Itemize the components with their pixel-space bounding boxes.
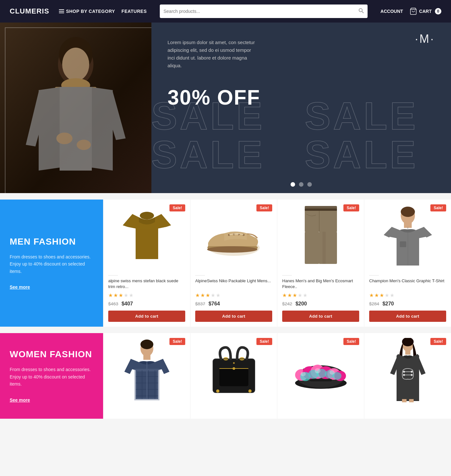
svg-rect-32 bbox=[400, 241, 406, 247]
shop-by-category-menu[interactable]: SHOP BY CATEGORY bbox=[59, 9, 115, 14]
star-2: ★ bbox=[113, 292, 118, 298]
star-3: ★ bbox=[293, 292, 297, 298]
product-prices-1: $463 $407 bbox=[108, 301, 185, 307]
divider-2 bbox=[195, 275, 205, 275]
hero-image-container bbox=[0, 23, 151, 193]
women-see-more-link[interactable]: See more bbox=[10, 397, 93, 403]
star-4: ★ bbox=[385, 292, 389, 298]
features-link[interactable]: FEATURES bbox=[121, 9, 147, 14]
product-image-1 bbox=[108, 204, 185, 269]
svg-rect-84 bbox=[409, 399, 414, 402]
svg-point-30 bbox=[401, 207, 415, 217]
women-fashion-section: WOMEN FASHION From dresses to shoes and … bbox=[0, 333, 451, 418]
product-name-1: alpine swiss mens stefan black suede tri… bbox=[108, 278, 185, 290]
svg-line-4 bbox=[362, 12, 364, 13]
add-to-cart-4[interactable]: Add to cart bbox=[369, 311, 446, 322]
product-prices-2: $837 $764 bbox=[195, 301, 272, 307]
svg-text:◆: ◆ bbox=[233, 361, 235, 364]
cart-label: CART bbox=[419, 9, 432, 14]
product-stars-2: ★ ★ ★ ★ ★ bbox=[195, 292, 272, 298]
product-name-3: Hanes Men's and Big Men's Ecosmart Fleec… bbox=[282, 278, 359, 290]
add-to-cart-1[interactable]: Add to cart bbox=[108, 311, 185, 322]
women-product-1: Sale! bbox=[103, 333, 190, 418]
sale-price-1: $407 bbox=[121, 301, 133, 307]
gray-tshirt-image bbox=[382, 206, 434, 267]
star-2: ★ bbox=[287, 292, 292, 298]
divider-3 bbox=[282, 275, 292, 275]
star-1: ★ bbox=[108, 292, 113, 298]
w-product-image-3 bbox=[282, 338, 359, 402]
w-sale-badge-3: Sale! bbox=[343, 338, 359, 345]
svg-point-81 bbox=[411, 374, 413, 376]
hero-content: ·M· Lorem ipsum dolor sit amet, con sect… bbox=[151, 23, 451, 193]
svg-rect-16 bbox=[136, 229, 158, 259]
shop-by-label: SHOP BY CATEGORY bbox=[66, 9, 115, 14]
account-link[interactable]: ACCOUNT bbox=[380, 9, 403, 14]
svg-rect-25 bbox=[305, 232, 319, 264]
svg-point-13 bbox=[56, 133, 72, 144]
product-stars-4: ★ ★ ★ ★ ★ bbox=[369, 292, 446, 298]
search-bar bbox=[160, 5, 368, 18]
divider-1 bbox=[108, 275, 118, 275]
svg-point-34 bbox=[140, 340, 153, 349]
cart-count: 0 bbox=[435, 8, 441, 14]
svg-point-52 bbox=[216, 389, 219, 393]
hero-model-image bbox=[0, 23, 151, 193]
divider-4 bbox=[369, 275, 379, 275]
svg-rect-1 bbox=[59, 11, 64, 12]
women-product-3: Sale! bbox=[277, 333, 364, 418]
men-see-more-link[interactable]: See more bbox=[10, 285, 93, 290]
svg-point-80 bbox=[403, 374, 405, 376]
product-stars-1: ★ ★ ★ ★ ★ bbox=[108, 292, 185, 298]
star-5: ★ bbox=[216, 292, 220, 298]
search-input[interactable] bbox=[164, 9, 359, 14]
svg-point-78 bbox=[403, 371, 405, 373]
svg-rect-71 bbox=[310, 379, 332, 382]
svg-rect-2 bbox=[59, 13, 64, 13]
star-2: ★ bbox=[200, 292, 205, 298]
menu-icon bbox=[59, 9, 64, 13]
search-icon[interactable] bbox=[359, 8, 364, 14]
svg-point-51 bbox=[233, 367, 235, 370]
star-3: ★ bbox=[119, 292, 123, 298]
sale-badge-1: Sale! bbox=[169, 204, 185, 211]
hero-sale-text-2: SALE SALE bbox=[151, 135, 418, 174]
w-product-image-1 bbox=[108, 338, 185, 402]
product-prices-4: $284 $270 bbox=[369, 301, 446, 307]
hero-description: Lorem ipsum dolor sit amet, con sectetur… bbox=[168, 39, 258, 70]
original-price-3: $242 bbox=[282, 301, 292, 306]
product-stars-3: ★ ★ ★ ★ ★ bbox=[282, 292, 359, 298]
shoes-image bbox=[205, 216, 263, 257]
navbar: CLUMERIS SHOP BY CATEGORY FEATURES ACCOU… bbox=[0, 0, 451, 23]
original-price-1: $463 bbox=[108, 301, 118, 306]
svg-point-68 bbox=[301, 372, 306, 376]
star-5: ★ bbox=[303, 292, 307, 298]
svg-point-69 bbox=[315, 368, 321, 373]
slippers-image bbox=[292, 351, 350, 389]
star-3: ★ bbox=[206, 292, 210, 298]
hero-carousel-dots bbox=[291, 182, 312, 187]
site-logo[interactable]: CLUMERIS bbox=[10, 7, 49, 15]
carousel-dot-1[interactable] bbox=[291, 182, 295, 187]
men-fashion-section: MEN FASHION From dresses to shoes and ac… bbox=[0, 200, 451, 327]
svg-rect-12 bbox=[60, 87, 92, 171]
w-sale-badge-1: Sale! bbox=[169, 338, 185, 345]
w-sale-badge-4: Sale! bbox=[430, 338, 446, 345]
svg-point-14 bbox=[77, 140, 91, 150]
sale-badge-4: Sale! bbox=[430, 204, 446, 211]
carousel-dot-2[interactable] bbox=[299, 182, 303, 187]
star-1: ★ bbox=[282, 292, 287, 298]
hero-discount: 30% OFF bbox=[168, 86, 435, 109]
carousel-dot-3[interactable] bbox=[307, 182, 312, 187]
svg-rect-49 bbox=[219, 369, 248, 386]
svg-rect-28 bbox=[322, 232, 326, 264]
svg-rect-75 bbox=[405, 350, 410, 355]
svg-point-79 bbox=[411, 371, 413, 373]
add-to-cart-2[interactable]: Add to cart bbox=[195, 311, 272, 322]
svg-point-15 bbox=[140, 212, 154, 219]
product-prices-3: $242 $200 bbox=[282, 301, 359, 307]
cart-button[interactable]: CART 0 bbox=[409, 7, 441, 15]
cart-icon bbox=[409, 7, 417, 15]
women-section-description: From dresses to shoes and accessories. E… bbox=[10, 366, 93, 387]
add-to-cart-3[interactable]: Add to cart bbox=[282, 311, 359, 322]
